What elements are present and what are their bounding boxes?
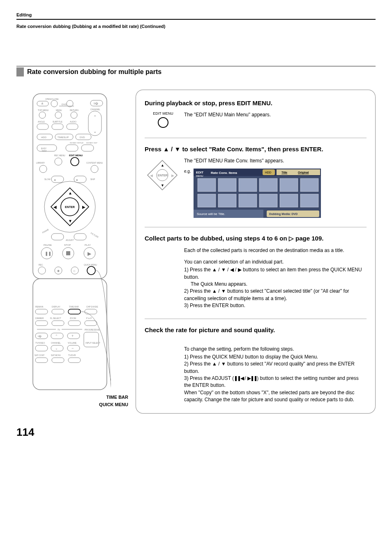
svg-text:INSTANT SKIP: INSTANT SKIP bbox=[86, 142, 97, 144]
heading-bullet bbox=[16, 67, 24, 76]
section-label: Editing bbox=[16, 12, 376, 17]
svg-rect-154 bbox=[280, 194, 298, 207]
svg-text:FL SELECT: FL SELECT bbox=[50, 317, 61, 319]
divider bbox=[145, 227, 367, 227]
svg-text:Dubbing Media: DVD: Dubbing Media: DVD bbox=[269, 213, 297, 216]
svg-text:◀: ◀ bbox=[53, 205, 57, 209]
svg-text:▼: ▼ bbox=[161, 183, 164, 187]
divider bbox=[145, 319, 367, 319]
svg-text:ADJUST: ADJUST bbox=[66, 239, 74, 241]
svg-text:AUDIO: AUDIO bbox=[70, 120, 76, 123]
dpad-icon: ENTER ▲ ▼ ◀ ▶ bbox=[145, 157, 180, 193]
svg-text:TIME BAR: TIME BAR bbox=[69, 305, 79, 308]
step-4-heading: Check the rate for picture and sound qua… bbox=[145, 326, 367, 333]
step-4-item1: 1) Press the QUICK MENU button to displa… bbox=[184, 354, 367, 361]
svg-text:REC MENU: REC MENU bbox=[54, 154, 65, 157]
callout-quickmenu: QUICK MENU bbox=[21, 401, 128, 409]
svg-text:I/⏻: I/⏻ bbox=[94, 102, 98, 105]
svg-text:TV/DVR: TV/DVR bbox=[68, 354, 76, 356]
step-3-item2: 2) Press the ▲ / ▼ buttons to select "Ca… bbox=[184, 288, 367, 302]
svg-text:SAT.CONT.: SAT.CONT. bbox=[35, 354, 45, 356]
svg-rect-148 bbox=[280, 178, 298, 192]
main-heading-text: Rate conversion dubbing for multiple par… bbox=[27, 67, 161, 77]
svg-text:○: ○ bbox=[73, 269, 75, 273]
callout-timebar: TIME BAR bbox=[21, 394, 128, 401]
edit-menu-icon bbox=[157, 116, 169, 129]
svg-text:QUICK MENU: QUICK MENU bbox=[84, 264, 97, 266]
svg-text:DVD: DVD bbox=[80, 136, 85, 139]
svg-text:TV: TV bbox=[58, 328, 60, 331]
svg-text:HDD: HDD bbox=[41, 136, 47, 139]
svg-text:SAT.MONI.: SAT.MONI. bbox=[51, 354, 61, 356]
step-2-heading: Press ▲ / ▼ to select "Rate Conv. Items"… bbox=[145, 146, 367, 153]
steps-container: During playback or stop, press EDIT MENU… bbox=[136, 90, 376, 414]
eg-label: e.g. bbox=[184, 169, 191, 173]
svg-text:MENU: MENU bbox=[56, 109, 62, 111]
step-1-heading: During playback or stop, press EDIT MENU… bbox=[145, 99, 367, 106]
svg-rect-151 bbox=[218, 194, 236, 207]
step-1-button-label: EDIT MENU bbox=[145, 111, 182, 116]
svg-text:▶: ▶ bbox=[88, 251, 92, 257]
svg-text:PAUSE: PAUSE bbox=[44, 244, 52, 246]
svg-text:CHP DIVIDE: CHP DIVIDE bbox=[86, 305, 98, 308]
svg-rect-145 bbox=[218, 178, 236, 192]
svg-text:▲: ▲ bbox=[161, 163, 164, 167]
svg-text:PROGRESSIVE: PROGRESSIVE bbox=[85, 328, 100, 331]
svg-text:◀: ◀ bbox=[150, 173, 153, 178]
svg-text:P in P: P in P bbox=[86, 317, 92, 319]
rate-conv-preview: EDIT MENU Rate Conv. Items HDD Title Ori… bbox=[194, 169, 321, 218]
step-4: Check the rate for picture and sound qua… bbox=[145, 326, 367, 404]
svg-text:▲: ▲ bbox=[68, 191, 72, 195]
svg-text:CONTENT MENU: CONTENT MENU bbox=[86, 162, 103, 164]
svg-text:Rate Conv. Items: Rate Conv. Items bbox=[211, 171, 238, 175]
svg-rect-152 bbox=[239, 194, 257, 207]
svg-text:INPUT SELECT: INPUT SELECT bbox=[85, 342, 100, 344]
svg-rect-73 bbox=[66, 251, 70, 255]
svg-text:DVD: DVD bbox=[62, 103, 67, 106]
svg-point-126 bbox=[158, 118, 168, 127]
svg-text:SLOW: SLOW bbox=[44, 178, 51, 180]
svg-text:LIBRARY: LIBRARY bbox=[36, 162, 45, 164]
remote-svg: OPEN/CLOSE ≜ DVD I/⏻ TOP MENU MENU RETUR… bbox=[29, 90, 111, 394]
main-heading: Rate conversion dubbing for multiple par… bbox=[16, 66, 376, 77]
remote-illustration: OPEN/CLOSE ≜ DVD I/⏻ TOP MENU MENU RETUR… bbox=[16, 90, 123, 408]
svg-text:STOP: STOP bbox=[64, 244, 71, 246]
step-2: Press ▲ / ▼ to select "Rate Conv. Items"… bbox=[145, 146, 367, 218]
step-2-body: The "EDIT MENU Rate Conv. Items" appears… bbox=[184, 157, 321, 164]
step-3-item1: 1) Press the ▲ / ▼ / ◀ / ▶ buttons to se… bbox=[184, 266, 367, 281]
svg-rect-147 bbox=[259, 178, 277, 192]
svg-text:SUBTITLE: SUBTITLE bbox=[53, 120, 63, 123]
svg-rect-149 bbox=[300, 178, 318, 192]
svg-text:VOLUME: VOLUME bbox=[68, 342, 77, 344]
svg-rect-155 bbox=[300, 194, 318, 207]
svg-text:▶: ▶ bbox=[82, 205, 85, 209]
step-3-heading: Collect parts to be dubbed, using steps … bbox=[145, 235, 367, 242]
divider bbox=[145, 138, 367, 138]
step-1-body: The "EDIT MENU Main Menu" appears. bbox=[184, 111, 271, 118]
svg-text:ANGLE: ANGLE bbox=[38, 120, 45, 123]
svg-rect-1 bbox=[33, 279, 107, 390]
svg-text:⌄: ⌄ bbox=[93, 129, 97, 134]
svg-text:DIMMER: DIMMER bbox=[35, 317, 44, 319]
svg-text:⌄: ⌄ bbox=[55, 347, 58, 350]
svg-text:ENTER: ENTER bbox=[65, 206, 75, 208]
svg-text:CHANNEL: CHANNEL bbox=[90, 108, 100, 111]
svg-text:TIMESLIP: TIMESLIP bbox=[58, 136, 69, 139]
svg-text:REMAIN: REMAIN bbox=[35, 305, 44, 308]
svg-text:−: − bbox=[71, 346, 74, 350]
svg-text:TV/VIDEO: TV/VIDEO bbox=[35, 342, 45, 344]
step-4-item2: 2) Press the ▲ / ▼ buttons to select "AV… bbox=[184, 361, 367, 375]
svg-text:ENTER: ENTER bbox=[158, 174, 168, 177]
step-3-body1: Each of the collected parts is recorded … bbox=[184, 247, 367, 254]
svg-rect-153 bbox=[259, 194, 277, 207]
heavy-rule bbox=[16, 19, 376, 20]
svg-text:PLAY: PLAY bbox=[85, 244, 91, 246]
step-3: Collect parts to be dubbed, using steps … bbox=[145, 235, 367, 309]
svg-text:SKIP: SKIP bbox=[90, 178, 95, 180]
svg-rect-146 bbox=[239, 178, 257, 192]
svg-text:CHANNEL: CHANNEL bbox=[51, 342, 61, 344]
svg-text:★: ★ bbox=[57, 269, 60, 273]
svg-text:Original: Original bbox=[298, 171, 309, 174]
step-3-body2: You can cancel selection of an individua… bbox=[184, 259, 367, 266]
svg-text:⌃: ⌃ bbox=[93, 115, 97, 119]
